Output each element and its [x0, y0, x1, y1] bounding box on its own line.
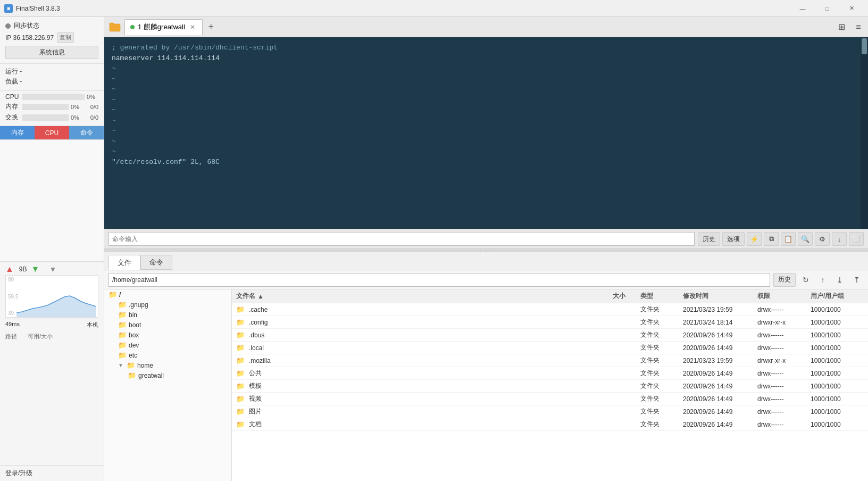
table-row[interactable]: 📁 图片 文件夹 2020/09/26 14:49 drwx------ 100…	[232, 405, 868, 418]
session-tab-1[interactable]: 1 麒麟greatwall ✕	[124, 19, 203, 35]
file-type-cell: 文件夹	[640, 305, 683, 314]
tree-item-label: .gnupg	[129, 301, 148, 309]
run-label: 运行 -	[5, 67, 22, 76]
ping-local: 本机	[87, 321, 98, 329]
close-button[interactable]: ✕	[839, 0, 864, 17]
tree-item-label: boot	[129, 321, 141, 329]
go-up-button[interactable]: ↑	[816, 273, 830, 287]
table-row[interactable]: 📁 .mozilla 文件夹 2021/03/23 19:59 drwxr-xr…	[232, 354, 868, 367]
folder-icon: 📁	[118, 311, 127, 319]
tree-item[interactable]: 📁 etc	[104, 350, 231, 360]
search-button[interactable]: 🔍	[798, 232, 813, 246]
terminal-scrollbar[interactable]	[861, 37, 868, 229]
tab-close-button[interactable]: ✕	[188, 23, 197, 31]
file-tab-bar: 文件 命令	[104, 252, 868, 270]
minimize-button[interactable]: —	[790, 0, 815, 17]
terminal-scroll-thumb[interactable]	[862, 38, 867, 54]
lightning-button[interactable]: ⚡	[747, 232, 762, 246]
folder-icon-button[interactable]	[106, 19, 123, 35]
file-name: 模板	[249, 382, 262, 391]
folder-icon: 📁	[236, 305, 245, 313]
sysinfo-button[interactable]: 系统信息	[5, 46, 98, 59]
ip-row: IP 36.158.226.97 复制	[5, 32, 98, 43]
mem-pct: 0%	[71, 104, 82, 110]
screen-button[interactable]: ⬜	[849, 232, 864, 246]
terminal-line: ~	[112, 115, 861, 126]
table-row[interactable]: 📁 视频 文件夹 2020/09/26 14:49 drwx------ 100…	[232, 393, 868, 405]
net-chart	[16, 276, 96, 318]
file-perm-cell: drwx------	[757, 331, 811, 339]
download-button[interactable]: ↓	[832, 232, 847, 246]
tree-item[interactable]: 📁 .gnupg	[104, 300, 231, 310]
file-tab-file[interactable]: 文件	[108, 255, 140, 270]
login-upgrade[interactable]: 登录/升级	[0, 465, 104, 481]
table-row[interactable]: 📁 .config 文件夹 2021/03/24 18:14 drwxr-xr-…	[232, 316, 868, 329]
file-perm-cell: drwx------	[757, 408, 811, 416]
tab-cpu-button[interactable]: CPU	[35, 126, 69, 139]
tab-mem-button[interactable]: 内存	[0, 126, 35, 139]
tree-item[interactable]: 📁 box	[104, 330, 231, 340]
clipboard-button[interactable]: 📋	[781, 232, 796, 246]
cmd-input-field[interactable]	[108, 232, 695, 246]
disk-path-label: 路径	[5, 333, 17, 341]
maximize-button[interactable]: □	[815, 0, 839, 17]
table-row[interactable]: 📁 模板 文件夹 2020/09/26 14:49 drwx------ 100…	[232, 380, 868, 393]
net-ping-row: 49ms 本机	[0, 319, 104, 330]
file-tab-cmd[interactable]: 命令	[140, 255, 172, 270]
tree-item-label: dev	[129, 342, 139, 349]
tree-item[interactable]: 📁 dev	[104, 340, 231, 350]
view-grid-button[interactable]: ⊞	[834, 20, 849, 35]
file-name: 文档	[249, 420, 262, 429]
path-input[interactable]	[108, 273, 770, 287]
table-row[interactable]: 📁 .cache 文件夹 2021/03/23 19:59 drwx------…	[232, 303, 868, 316]
file-mtime-cell: 2021/03/23 19:59	[683, 306, 757, 313]
file-name: .local	[249, 344, 264, 352]
view-list-button[interactable]: ≡	[851, 20, 866, 35]
file-type-cell: 文件夹	[640, 420, 683, 429]
settings-button[interactable]: ⚙	[815, 232, 830, 246]
upload-file-button[interactable]: ⤒	[850, 273, 864, 287]
add-tab-button[interactable]: +	[204, 20, 219, 35]
tree-item[interactable]: 📁 /	[104, 289, 231, 300]
file-history-button[interactable]: 历史	[773, 273, 796, 287]
login-upgrade-label: 登录/升级	[5, 469, 32, 477]
table-row[interactable]: 📁 .local 文件夹 2020/09/26 14:49 drwx------…	[232, 342, 868, 354]
tree-item[interactable]: ▼📁 home	[104, 360, 231, 370]
tree-item[interactable]: 📁 boot	[104, 320, 231, 330]
main-layout: 同步状态 IP 36.158.226.97 复制 系统信息 运行 - 负载 - …	[0, 17, 868, 481]
file-mtime-cell: 2020/09/26 14:49	[683, 331, 757, 339]
title-bar: ■ FinalShell 3.8.3 — □ ✕	[0, 0, 868, 17]
refresh-button[interactable]: ↻	[799, 273, 813, 287]
file-name: 图片	[249, 407, 262, 416]
tab-cmd-button[interactable]: 命令	[69, 126, 104, 139]
tree-item[interactable]: 📁 greatwall	[104, 370, 231, 380]
copy-button[interactable]: ⧉	[764, 232, 779, 246]
table-row[interactable]: 📁 文档 文件夹 2020/09/26 14:49 drwx------ 100…	[232, 418, 868, 431]
folder-icon: 📁	[118, 341, 127, 349]
options-button[interactable]: 选项	[722, 232, 745, 246]
net-arrows: ▲ 9B ▼ ▼	[5, 264, 98, 274]
table-row[interactable]: 📁 公共 文件夹 2020/09/26 14:49 drwx------ 100…	[232, 367, 868, 380]
tree-item[interactable]: 📁 bin	[104, 310, 231, 320]
file-owner-cell: 1000/1000	[811, 357, 864, 364]
table-row[interactable]: 📁 .dbus 文件夹 2020/09/26 14:49 drwx------ …	[232, 329, 868, 342]
terminal-area[interactable]: ; generated by /usr/sbin/dhclient-script…	[104, 37, 868, 229]
download-file-button[interactable]: ⤓	[833, 273, 847, 287]
swap-vals: 0/0	[82, 114, 98, 121]
sync-status-dot	[5, 23, 11, 29]
file-owner-cell: 1000/1000	[811, 331, 864, 339]
file-perm-cell: drwx------	[757, 395, 811, 403]
copy-ip-button[interactable]: 复制	[57, 32, 74, 43]
file-name: 视频	[249, 394, 262, 403]
history-button[interactable]: 历史	[698, 232, 720, 246]
folder-icon: 📁	[127, 361, 135, 369]
file-owner-cell: 1000/1000	[811, 395, 864, 403]
file-list-header: 文件名 ▲ 大小 类型 修改时间 权限 用户/用户组	[232, 289, 868, 303]
file-owner-cell: 1000/1000	[811, 344, 864, 352]
file-type-cell: 文件夹	[640, 343, 683, 352]
col-type-header: 类型	[640, 292, 683, 301]
terminal-line: ~	[112, 146, 861, 157]
file-type-cell: 文件夹	[640, 356, 683, 365]
tree-item-label: bin	[129, 311, 137, 319]
file-perm-cell: drwx------	[757, 383, 811, 390]
